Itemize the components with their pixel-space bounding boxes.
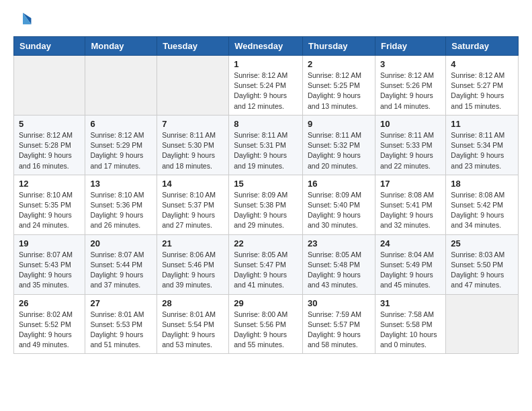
calendar-day-cell: 5Sunrise: 8:12 AMSunset: 5:28 PMDaylight… [14, 115, 85, 175]
day-info: Sunrise: 8:06 AMSunset: 5:46 PMDaylight:… [162, 250, 224, 291]
day-number: 29 [234, 298, 298, 308]
calendar-day-cell: 10Sunrise: 8:11 AMSunset: 5:33 PMDayligh… [375, 115, 445, 175]
day-info: Sunrise: 8:12 AMSunset: 5:29 PMDaylight:… [90, 130, 152, 171]
calendar-day-cell: 22Sunrise: 8:05 AMSunset: 5:47 PMDayligh… [229, 234, 303, 294]
calendar-day-cell: 20Sunrise: 8:07 AMSunset: 5:44 PMDayligh… [85, 234, 157, 294]
calendar-week-row: 19Sunrise: 8:07 AMSunset: 5:43 PMDayligh… [14, 234, 519, 294]
calendar-day-cell: 25Sunrise: 8:03 AMSunset: 5:50 PMDayligh… [446, 234, 519, 294]
day-number: 6 [90, 119, 152, 129]
day-info: Sunrise: 8:08 AMSunset: 5:41 PMDaylight:… [380, 190, 441, 231]
day-info: Sunrise: 8:11 AMSunset: 5:33 PMDaylight:… [380, 130, 441, 171]
day-info: Sunrise: 8:12 AMSunset: 5:27 PMDaylight:… [451, 71, 513, 111]
day-info: Sunrise: 8:11 AMSunset: 5:34 PMDaylight:… [451, 130, 513, 171]
calendar-day-cell: 7Sunrise: 8:11 AMSunset: 5:30 PMDaylight… [157, 115, 229, 175]
calendar-day-cell: 2Sunrise: 8:12 AMSunset: 5:25 PMDaylight… [303, 56, 375, 116]
calendar-day-header: Monday [85, 37, 157, 56]
day-number: 11 [451, 119, 513, 129]
day-info: Sunrise: 8:10 AMSunset: 5:36 PMDaylight:… [90, 190, 152, 231]
calendar-day-cell: 21Sunrise: 8:06 AMSunset: 5:46 PMDayligh… [157, 234, 229, 294]
day-number: 14 [162, 179, 224, 189]
day-info: Sunrise: 8:07 AMSunset: 5:44 PMDaylight:… [90, 250, 152, 291]
calendar-header-row: SundayMondayTuesdayWednesdayThursdayFrid… [14, 37, 519, 56]
calendar-day-cell: 1Sunrise: 8:12 AMSunset: 5:24 PMDaylight… [229, 56, 303, 116]
day-number: 5 [19, 119, 80, 129]
day-info: Sunrise: 8:01 AMSunset: 5:53 PMDaylight:… [90, 310, 152, 351]
day-info: Sunrise: 8:10 AMSunset: 5:35 PMDaylight:… [19, 190, 80, 231]
day-number: 19 [19, 238, 80, 248]
day-number: 18 [451, 179, 513, 189]
header [13, 11, 519, 30]
calendar-day-cell: 16Sunrise: 8:09 AMSunset: 5:40 PMDayligh… [303, 175, 375, 234]
day-info: Sunrise: 8:12 AMSunset: 5:26 PMDaylight:… [380, 71, 441, 111]
day-number: 31 [380, 298, 441, 308]
day-info: Sunrise: 7:58 AMSunset: 5:58 PMDaylight:… [380, 310, 441, 351]
calendar-day-cell: 6Sunrise: 8:12 AMSunset: 5:29 PMDaylight… [85, 115, 157, 175]
day-number: 2 [308, 59, 370, 69]
day-info: Sunrise: 8:12 AMSunset: 5:28 PMDaylight:… [19, 130, 80, 171]
day-number: 20 [90, 238, 152, 248]
day-info: Sunrise: 8:12 AMSunset: 5:24 PMDaylight:… [234, 71, 298, 111]
day-info: Sunrise: 8:09 AMSunset: 5:40 PMDaylight:… [308, 190, 370, 231]
calendar-day-header: Wednesday [229, 37, 303, 56]
day-number: 15 [234, 179, 298, 189]
calendar-day-cell [14, 56, 85, 116]
day-info: Sunrise: 8:11 AMSunset: 5:30 PMDaylight:… [162, 130, 224, 171]
page: SundayMondayTuesdayWednesdayThursdayFrid… [0, 0, 532, 365]
calendar-day-header: Thursday [303, 37, 375, 56]
calendar-day-header: Saturday [446, 37, 519, 56]
calendar-week-row: 26Sunrise: 8:02 AMSunset: 5:52 PMDayligh… [14, 294, 519, 354]
day-info: Sunrise: 8:11 AMSunset: 5:32 PMDaylight:… [308, 130, 370, 171]
calendar-day-cell: 3Sunrise: 8:12 AMSunset: 5:26 PMDaylight… [375, 56, 445, 116]
calendar-day-cell: 15Sunrise: 8:09 AMSunset: 5:38 PMDayligh… [229, 175, 303, 234]
day-number: 17 [380, 179, 441, 189]
calendar-day-cell [157, 56, 229, 116]
day-info: Sunrise: 8:01 AMSunset: 5:54 PMDaylight:… [162, 310, 224, 351]
calendar-table: SundayMondayTuesdayWednesdayThursdayFrid… [13, 36, 519, 354]
calendar-day-cell: 12Sunrise: 8:10 AMSunset: 5:35 PMDayligh… [14, 175, 85, 234]
day-number: 27 [90, 298, 152, 308]
day-info: Sunrise: 8:08 AMSunset: 5:42 PMDaylight:… [451, 190, 513, 231]
day-number: 4 [451, 59, 513, 69]
day-info: Sunrise: 8:05 AMSunset: 5:48 PMDaylight:… [308, 250, 370, 291]
day-number: 21 [162, 238, 224, 248]
calendar-week-row: 12Sunrise: 8:10 AMSunset: 5:35 PMDayligh… [14, 175, 519, 234]
day-number: 12 [19, 179, 80, 189]
day-number: 1 [234, 59, 298, 69]
calendar-day-cell: 31Sunrise: 7:58 AMSunset: 5:58 PMDayligh… [375, 294, 445, 354]
day-number: 25 [451, 238, 513, 248]
calendar-day-cell [85, 56, 157, 116]
calendar-day-cell: 27Sunrise: 8:01 AMSunset: 5:53 PMDayligh… [85, 294, 157, 354]
calendar-day-cell: 18Sunrise: 8:08 AMSunset: 5:42 PMDayligh… [446, 175, 519, 234]
day-info: Sunrise: 7:59 AMSunset: 5:57 PMDaylight:… [308, 310, 370, 351]
calendar-day-cell [446, 294, 519, 354]
calendar-day-cell: 19Sunrise: 8:07 AMSunset: 5:43 PMDayligh… [14, 234, 85, 294]
calendar-day-cell: 30Sunrise: 7:59 AMSunset: 5:57 PMDayligh… [303, 294, 375, 354]
day-info: Sunrise: 8:03 AMSunset: 5:50 PMDaylight:… [451, 250, 513, 291]
calendar-day-cell: 13Sunrise: 8:10 AMSunset: 5:36 PMDayligh… [85, 175, 157, 234]
calendar-day-cell: 17Sunrise: 8:08 AMSunset: 5:41 PMDayligh… [375, 175, 445, 234]
day-info: Sunrise: 8:05 AMSunset: 5:47 PMDaylight:… [234, 250, 298, 291]
day-info: Sunrise: 8:11 AMSunset: 5:31 PMDaylight:… [234, 130, 298, 171]
calendar-day-cell: 14Sunrise: 8:10 AMSunset: 5:37 PMDayligh… [157, 175, 229, 234]
calendar-day-cell: 24Sunrise: 8:04 AMSunset: 5:49 PMDayligh… [375, 234, 445, 294]
day-info: Sunrise: 8:02 AMSunset: 5:52 PMDaylight:… [19, 310, 80, 351]
calendar-day-cell: 29Sunrise: 8:00 AMSunset: 5:56 PMDayligh… [229, 294, 303, 354]
day-number: 23 [308, 238, 370, 248]
day-number: 7 [162, 119, 224, 129]
day-number: 13 [90, 179, 152, 189]
calendar-day-cell: 23Sunrise: 8:05 AMSunset: 5:48 PMDayligh… [303, 234, 375, 294]
logo-icon [13, 11, 32, 30]
day-number: 16 [308, 179, 370, 189]
day-number: 30 [308, 298, 370, 308]
calendar-day-cell: 9Sunrise: 8:11 AMSunset: 5:32 PMDaylight… [303, 115, 375, 175]
logo [13, 11, 35, 30]
day-number: 22 [234, 238, 298, 248]
calendar-day-cell: 28Sunrise: 8:01 AMSunset: 5:54 PMDayligh… [157, 294, 229, 354]
day-info: Sunrise: 8:12 AMSunset: 5:25 PMDaylight:… [308, 71, 370, 111]
day-number: 28 [162, 298, 224, 308]
day-info: Sunrise: 8:00 AMSunset: 5:56 PMDaylight:… [234, 310, 298, 351]
day-info: Sunrise: 8:04 AMSunset: 5:49 PMDaylight:… [380, 250, 441, 291]
day-info: Sunrise: 8:09 AMSunset: 5:38 PMDaylight:… [234, 190, 298, 231]
calendar-day-cell: 26Sunrise: 8:02 AMSunset: 5:52 PMDayligh… [14, 294, 85, 354]
day-number: 8 [234, 119, 298, 129]
